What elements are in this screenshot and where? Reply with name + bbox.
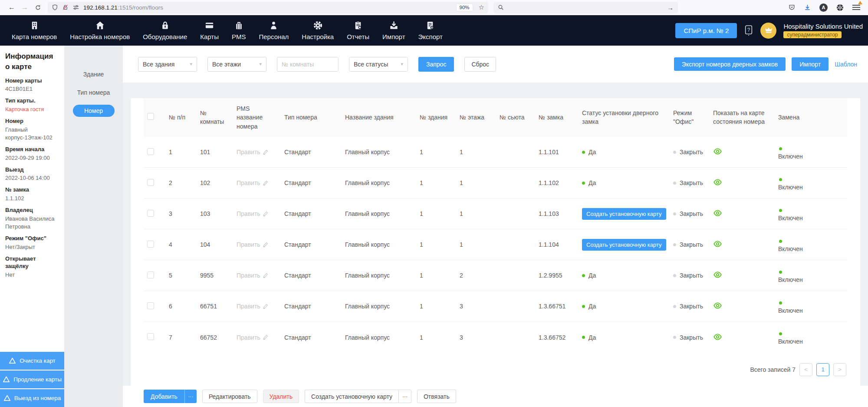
row-checkbox[interactable]: [147, 271, 154, 278]
browser-search-bar[interactable]: →: [493, 2, 678, 13]
pms-edit-link[interactable]: Править: [237, 210, 268, 217]
eye-icon[interactable]: [713, 334, 722, 340]
nav-item-label: Карты: [200, 33, 219, 40]
create-setup-card-more-button[interactable]: ···: [398, 390, 411, 403]
nav-item-export[interactable]: Экспорт: [412, 20, 449, 40]
forward-icon[interactable]: →: [18, 2, 31, 13]
nav-item-settings[interactable]: Настройка: [295, 20, 340, 40]
eye-icon[interactable]: [713, 302, 722, 309]
row-checkbox[interactable]: [147, 148, 154, 155]
building-select[interactable]: Все здания▾: [138, 57, 197, 72]
select-all-checkbox[interactable]: [147, 113, 154, 120]
help-icon[interactable]: ?: [744, 25, 753, 36]
subnav-item[interactable]: Номер: [73, 105, 115, 117]
menu-icon[interactable]: [852, 3, 860, 11]
card-action-button[interactable]: Выезд из номера: [0, 388, 64, 407]
refresh-icon[interactable]: [31, 2, 44, 13]
subnav: Здание Тип номера Номер: [64, 46, 123, 407]
create-setup-card-button[interactable]: Создать установочную карту: [305, 390, 398, 403]
rooms-table: № п/п№ комнатыPMS название номераТип ном…: [144, 98, 847, 353]
pms-edit-link[interactable]: Править: [237, 241, 268, 248]
cell-lock-status: Да: [579, 168, 670, 199]
back-icon[interactable]: ←: [5, 2, 18, 13]
pms-edit-link[interactable]: Править: [237, 272, 268, 279]
eye-icon[interactable]: [713, 148, 722, 155]
add-more-button[interactable]: ···: [184, 390, 197, 403]
eye-icon[interactable]: [713, 241, 722, 247]
delete-button[interactable]: Удалить: [263, 390, 299, 403]
eye-icon[interactable]: [713, 179, 722, 185]
insecure-lock-icon[interactable]: [62, 4, 69, 11]
triangle-icon: [3, 394, 11, 402]
status-select[interactable]: Все статусы▾: [349, 57, 408, 72]
row-checkbox[interactable]: [147, 333, 154, 340]
create-setup-card-row-button[interactable]: Создать установочную карту: [582, 208, 666, 220]
extension-icon[interactable]: [836, 3, 844, 12]
nav-item-cards[interactable]: Карты: [194, 20, 225, 40]
unbind-button[interactable]: Отвязать: [417, 390, 456, 403]
downloads-icon[interactable]: [804, 4, 811, 11]
nav-item-reports[interactable]: Отчеты: [340, 20, 376, 40]
permissions-icon[interactable]: [72, 4, 79, 10]
cell-replace: Включен: [775, 168, 847, 199]
card-action-label: Очистка карт: [20, 357, 56, 364]
row-checkbox[interactable]: [147, 302, 154, 309]
office-mode-label[interactable]: Закрыть: [680, 241, 703, 248]
account-icon[interactable]: A: [819, 3, 828, 12]
cell-room-type: Стандарт: [281, 291, 342, 322]
avatar[interactable]: [760, 23, 776, 39]
workstation-button[interactable]: СПиР р.м. № 2: [675, 23, 737, 38]
nav-item-staff[interactable]: Персонал: [253, 20, 296, 40]
import-button[interactable]: Импорт: [792, 57, 829, 71]
pencil-icon: [263, 304, 268, 309]
zoom-level-badge[interactable]: 90%: [456, 3, 473, 11]
pms-edit-link[interactable]: Править: [237, 303, 268, 310]
url-text[interactable]: 192.168.1.21:1515/room/floors: [83, 4, 163, 11]
next-page-button[interactable]: >: [833, 363, 846, 376]
row-checkbox[interactable]: [147, 241, 154, 248]
shield-icon[interactable]: [52, 4, 58, 11]
eye-icon[interactable]: [713, 271, 722, 278]
pms-edit-link[interactable]: Править: [237, 179, 268, 186]
bookmark-star-icon[interactable]: ☆: [479, 3, 484, 11]
crown-icon: [764, 26, 773, 35]
office-mode-label[interactable]: Закрыть: [680, 210, 703, 217]
pms-edit-link[interactable]: Править: [237, 334, 268, 341]
floor-select[interactable]: Все этажи▾: [207, 57, 266, 72]
add-button[interactable]: Добавить: [144, 390, 184, 403]
nav-item-room-settings[interactable]: Настройка номеров: [63, 20, 136, 40]
subnav-item[interactable]: Здание: [73, 68, 115, 80]
url-bar[interactable]: 192.168.1.21:1515/room/floors 90% ☆: [48, 2, 488, 13]
export-locks-button[interactable]: Экспорт номеров дверных замков: [674, 57, 786, 71]
edit-button[interactable]: Редактировать: [202, 390, 257, 403]
nav-item-pms[interactable]: PMS: [225, 20, 253, 40]
office-mode-label[interactable]: Закрыть: [680, 272, 703, 279]
page-1-button[interactable]: 1: [816, 363, 829, 376]
pocket-icon[interactable]: [788, 4, 796, 11]
nav-item-equipment[interactable]: Оборудование: [136, 20, 194, 40]
reset-button[interactable]: Сброс: [464, 57, 496, 72]
template-link[interactable]: Шаблон: [835, 61, 857, 68]
eye-icon[interactable]: [713, 210, 722, 216]
row-checkbox[interactable]: [147, 179, 154, 186]
room-number-input[interactable]: [277, 57, 339, 72]
cell-building-name: Главный корпус: [342, 199, 416, 229]
card-action-button[interactable]: Очистка карт: [0, 351, 64, 370]
office-mode-label[interactable]: Закрыть: [680, 334, 703, 341]
create-setup-card-row-button[interactable]: Создать установочную карту: [582, 239, 666, 251]
cell-room-number: 104: [197, 229, 233, 260]
go-arrow-icon[interactable]: →: [667, 4, 674, 11]
subnav-item[interactable]: Тип номера: [73, 86, 115, 99]
prev-page-button[interactable]: <: [799, 363, 812, 376]
nav-item-room-map[interactable]: Карта номеров: [5, 20, 63, 40]
office-mode-label[interactable]: Закрыть: [680, 149, 703, 156]
office-mode-label[interactable]: Закрыть: [680, 303, 703, 310]
field-label: Выезд: [5, 166, 59, 174]
query-button[interactable]: Запрос: [418, 57, 454, 72]
cell-room-number: 9955: [197, 260, 233, 291]
card-action-button[interactable]: Продление карты: [0, 370, 64, 388]
nav-item-import[interactable]: Импорт: [376, 20, 411, 40]
office-mode-label[interactable]: Закрыть: [680, 179, 703, 186]
pms-edit-link[interactable]: Править: [237, 149, 268, 156]
row-checkbox[interactable]: [147, 210, 154, 217]
